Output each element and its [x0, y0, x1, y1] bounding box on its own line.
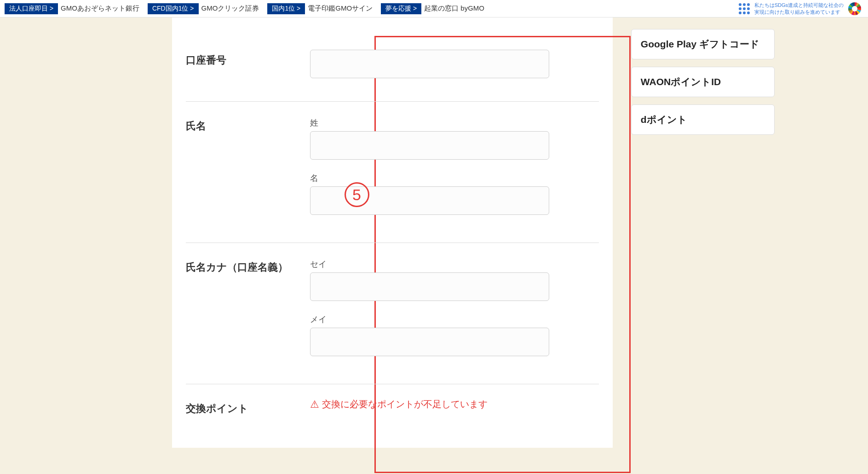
mei-input[interactable] [310, 328, 549, 356]
sidebar-panel: Google Play ギフトコード WAONポイントID dポイント [631, 17, 775, 142]
row-account-number: 口座番号 [186, 36, 599, 102]
label-mei: メイ [310, 314, 590, 325]
nav-tag-4[interactable]: 夢を応援 > [381, 3, 421, 14]
nav-tag-2[interactable]: CFD国内1位 > [148, 3, 199, 14]
nav-tag-1[interactable]: 法人口座即日 > [5, 3, 58, 14]
step-5-marker: 5 [345, 182, 369, 207]
top-right-area: 私たちはSDGs達成と持続可能な社会の 実現に向けた取り組みを進めています [739, 2, 861, 15]
main-form-panel: 口座番号 氏名 姓 名 5 氏名カナ（口座名義） [172, 17, 613, 448]
sei-input[interactable] [310, 272, 549, 301]
sidebar-card-waon[interactable]: WAONポイントID [631, 67, 775, 97]
top-nav-bar: 法人口座即日 > GMOあおぞらネット銀行 CFD国内1位 > GMOクリック証… [0, 0, 868, 17]
label-account-number: 口座番号 [186, 50, 310, 78]
sidebar-card-google-play[interactable]: Google Play ギフトコード [631, 29, 775, 59]
row-exchange-points: 交換ポイント ⚠ 交換に必要なポイントが不足しています [186, 384, 599, 420]
label-name-kana: 氏名カナ（口座名義） [186, 257, 310, 356]
label-firstname: 名 [310, 173, 590, 184]
label-lastname: 姓 [310, 117, 590, 128]
nav-link-4[interactable]: 起業の窓口 byGMO [424, 4, 484, 13]
sdgs-wheel-icon [848, 2, 861, 15]
label-name: 氏名 [186, 116, 310, 215]
sdgs-text: 私たちはSDGs達成と持続可能な社会の 実現に向けた取り組みを進めています [754, 2, 844, 15]
label-exchange-points: 交換ポイント [186, 398, 310, 416]
error-text-label: 交換に必要なポイントが不足しています [322, 398, 488, 410]
row-name: 氏名 姓 名 5 [186, 102, 599, 243]
label-sei: セイ [310, 259, 590, 270]
warning-icon: ⚠ [310, 399, 319, 410]
nav-link-1[interactable]: GMOあおぞらネット銀行 [61, 4, 139, 13]
apps-grid-icon[interactable] [739, 3, 750, 14]
sidebar-card-dpoint[interactable]: dポイント [631, 104, 775, 135]
lastname-input[interactable] [310, 131, 549, 160]
nav-tag-3[interactable]: 国内1位 > [267, 3, 305, 14]
error-message: ⚠ 交換に必要なポイントが不足しています [310, 398, 590, 410]
nav-link-2[interactable]: GMOクリック証券 [201, 4, 259, 13]
nav-link-3[interactable]: 電子印鑑GMOサイン [308, 4, 373, 13]
row-name-kana: 氏名カナ（口座名義） セイ メイ [186, 243, 599, 384]
account-number-input[interactable] [310, 50, 549, 78]
